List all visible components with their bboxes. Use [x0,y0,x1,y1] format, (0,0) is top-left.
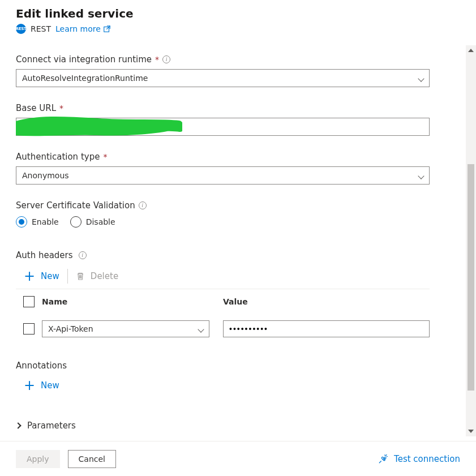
row-checkbox[interactable] [23,323,35,335]
service-type-subhead: REST REST Learn more [16,24,430,34]
chevron-right-icon [16,422,22,428]
apply-button[interactable]: Apply [16,450,60,468]
info-icon[interactable]: i [79,251,87,259]
cert-enable-label: Enable [32,217,59,226]
auth-type-value: Anonymous [22,171,69,180]
new-header-label: New [41,271,59,281]
external-link-icon [103,25,111,33]
auth-type-select[interactable]: Anonymous [16,166,430,185]
test-connection-label: Test connection [394,454,460,464]
new-annotation-label: New [41,380,59,391]
header-value-input[interactable] [223,320,430,337]
runtime-select[interactable]: AutoResolveIntegrationRuntime [16,69,430,87]
arrow-down-icon [468,430,474,433]
auth-headers-table: Name Value X-Api-Token [16,289,430,344]
parameters-toggle[interactable]: Parameters [16,421,430,431]
base-url-input[interactable] [16,118,430,136]
arrow-up-icon [468,49,474,52]
scroll-down-button[interactable] [466,426,476,436]
new-annotation-button[interactable]: + New [16,380,67,391]
cert-enable-radio[interactable]: Enable [16,216,59,228]
scrollbar-thumb[interactable] [468,164,474,391]
auth-headers-label: Auth headers [16,250,73,260]
runtime-label: Connect via integration runtime [16,54,152,65]
annotations-label: Annotations [16,361,67,371]
required-asterisk: * [59,104,63,113]
required-asterisk: * [155,55,159,64]
footer-bar: Apply Cancel Test connection [0,441,476,476]
header-name-select[interactable]: X-Api-Token [42,320,209,337]
info-icon[interactable]: i [139,201,147,209]
base-url-label: Base URL [16,103,56,113]
new-header-button[interactable]: + New [16,271,67,281]
cancel-button[interactable]: Cancel [68,450,116,468]
trash-icon [76,272,85,281]
chevron-down-icon [198,326,204,332]
plug-icon [378,454,388,464]
scroll-up-button[interactable] [466,45,476,55]
table-row: X-Api-Token [16,314,430,344]
column-header-value: Value [223,297,430,306]
learn-more-label: Learn more [55,24,101,33]
learn-more-link[interactable]: Learn more [55,24,111,33]
delete-header-button[interactable]: Delete [68,271,126,281]
chevron-down-icon [418,173,424,179]
chevron-down-icon [418,75,424,82]
info-icon[interactable]: i [162,55,170,63]
column-header-name: Name [42,297,223,306]
auth-type-label: Authentication type [16,152,100,162]
test-connection-button[interactable]: Test connection [378,454,460,464]
cert-disable-label: Disable [86,217,115,226]
cert-disable-radio[interactable]: Disable [70,216,115,228]
cert-validation-label: Server Certificate Validation [16,200,135,211]
runtime-value: AutoResolveIntegrationRuntime [22,74,148,83]
delete-header-label: Delete [91,271,118,281]
select-all-checkbox[interactable] [23,296,35,307]
parameters-label: Parameters [27,421,76,431]
required-asterisk: * [103,152,107,161]
page-title: Edit linked service [16,7,430,20]
header-name-value: X-Api-Token [48,324,93,333]
service-type-label: REST [31,24,51,33]
rest-icon: REST [16,24,26,34]
